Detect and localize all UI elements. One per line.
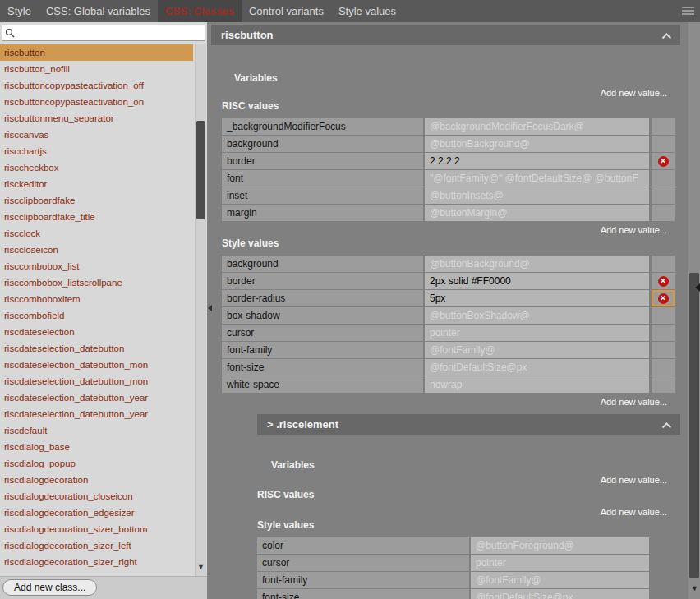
class-item[interactable]: risccombobox_listscrollpane [0,274,193,291]
delete-cell [652,376,675,393]
property-value[interactable]: @fontDefaultSize@px [425,359,649,376]
delete-cell [652,205,675,221]
tab-control-variants[interactable]: Control variants [242,0,331,22]
delete-icon[interactable]: ✕ [658,293,669,304]
search-icon [5,28,15,38]
class-item[interactable]: risccanvas [0,127,193,143]
class-item[interactable]: risckeditor [0,176,193,192]
class-item[interactable]: riscdialog_popup [0,455,193,472]
add-value-link[interactable]: Add new value... [257,507,680,518]
chevron-up-icon[interactable] [662,33,671,42]
class-item[interactable]: riscdialogdecoration_sizer_right [0,554,193,570]
class-sidebar: riscbutton riscbutton_nofill riscbuttonc… [0,22,207,599]
class-item[interactable]: riscdefault [0,422,193,439]
property-value[interactable]: pointer [471,555,649,571]
property-value[interactable]: @fontFamily@ [471,572,649,588]
property-value[interactable]: @fontDefaultSize@px [471,589,649,599]
table-row: font-family @fontFamily@ [222,342,680,358]
scroll-down-icon[interactable]: ▼ [197,563,205,571]
property-name: font-size [222,359,423,376]
class-item[interactable]: riscbutton_nofill [0,61,193,77]
add-value-link[interactable]: Add new value... [257,475,680,486]
add-value-link[interactable]: Add new value... [211,397,680,408]
class-item[interactable]: riscdateselection_datebutton_mon [0,357,193,373]
panel-header[interactable]: > .riscelement [257,414,680,435]
section-heading-variables: Variables [234,72,680,84]
class-item[interactable]: risccombofield [0,307,193,324]
class-item[interactable]: risccombobox_list [0,258,193,274]
class-item[interactable]: riscclipboardfake [0,192,193,209]
class-item[interactable]: riscdialogdecoration_closeicon [0,488,193,505]
main-scrollbar[interactable]: ▼ [688,22,700,599]
class-item[interactable]: riscdateselection_datebutton_mon [0,373,193,389]
class-item[interactable]: risccomboboxitem [0,291,193,307]
property-name: font [222,170,423,187]
delete-cell: ✕ [652,153,675,169]
property-value[interactable]: 2 2 2 2 [425,153,649,169]
property-value[interactable]: @buttonInsets@ [425,187,649,204]
tab-style[interactable]: Style [0,0,39,22]
style-values-table: color @buttonForeground@ cursor pointer … [257,537,680,599]
property-value[interactable]: "@fontFamily@" @fontDefaultSize@ @button… [425,170,649,187]
delete-icon[interactable]: ✕ [658,276,669,287]
class-item[interactable]: riscbutton [0,44,193,61]
class-item[interactable]: riscdialogdecoration [0,472,193,488]
delete-cell: ✕ [652,273,675,289]
add-class-button[interactable]: Add new class... [2,579,97,596]
class-item[interactable]: riscdateselection [0,324,193,340]
property-value[interactable]: @buttonBackground@ [425,136,649,152]
class-item[interactable]: riscdialog_base [0,439,193,455]
table-row: border 2 2 2 2 ✕ [222,153,680,169]
class-item[interactable]: risccheckbox [0,159,193,176]
property-value[interactable]: 5px [425,290,649,306]
class-item[interactable]: risccloseicon [0,242,193,258]
section-heading-risc-values: RISC values [257,489,680,501]
property-value[interactable]: @fontFamily@ [425,342,649,358]
delete-icon[interactable]: ✕ [658,156,669,167]
property-value[interactable]: 2px solid #FF0000 [425,273,649,289]
top-tab-bar: Style CSS: Global variables CSS: Classes… [0,0,700,22]
property-value[interactable]: @buttonForeground@ [471,537,649,554]
property-value[interactable]: @backgroundModifierFocusDark@ [425,118,649,135]
chevron-up-icon[interactable] [662,422,671,431]
tab-css-classes[interactable]: CSS: Classes [158,0,242,22]
class-item[interactable]: riscdialogdecoration_edgesizer [0,505,193,521]
table-row: cursor pointer [257,555,680,571]
class-item[interactable]: riscdateselection_datebutton_year [0,389,193,406]
class-item[interactable]: riscdialogdecoration_sizer_bottom [0,521,193,537]
menu-icon[interactable] [682,7,694,16]
add-value-link[interactable]: Add new value... [211,225,680,236]
class-item[interactable]: riscclock [0,225,193,242]
property-name: border [222,273,423,289]
class-item[interactable]: riscbuttonmenu_separator [0,110,193,127]
scrollbar-thumb[interactable] [196,121,205,219]
property-value[interactable]: nowrap [425,376,649,393]
add-value-link[interactable]: Add new value... [211,88,680,99]
class-item[interactable]: riscdateselection_datebutton_year [0,406,193,422]
property-value[interactable]: @buttonBoxShadow@ [425,307,649,324]
scroll-down-icon[interactable]: ▼ [691,584,698,592]
property-value[interactable]: @buttonMargin@ [425,205,649,221]
search-bar [0,22,207,44]
class-item[interactable]: riscclipboardfake_title [0,209,193,225]
property-value[interactable]: @buttonBackground@ [425,256,649,272]
search-input[interactable] [2,25,205,41]
right-splitter-collapse-icon[interactable] [695,283,700,292]
property-name: font-size [257,589,469,599]
class-item[interactable]: riscbuttoncopypasteactivation_on [0,94,193,110]
class-list: riscbutton riscbutton_nofill riscbuttonc… [0,44,207,576]
class-item[interactable]: riscchartjs [0,143,193,159]
class-item[interactable]: riscbuttoncopypasteactivation_off [0,77,193,94]
scrollbar-thumb[interactable] [689,273,699,578]
table-row: font-family @fontFamily@ [257,572,680,588]
tab-css-global-variables[interactable]: CSS: Global variables [39,0,158,22]
tab-style-values[interactable]: Style values [331,0,403,22]
sidebar-scrollbar[interactable]: ▼ [195,44,206,576]
property-value[interactable]: pointer [425,325,649,341]
class-item[interactable]: riscdateselection_datebutton [0,340,193,357]
delete-cell [652,170,675,187]
sidebar-footer: Add new class... [0,576,207,599]
property-name: border [222,153,423,169]
panel-header[interactable]: riscbutton [211,25,680,45]
class-item[interactable]: riscdialogdecoration_sizer_left [0,537,193,554]
